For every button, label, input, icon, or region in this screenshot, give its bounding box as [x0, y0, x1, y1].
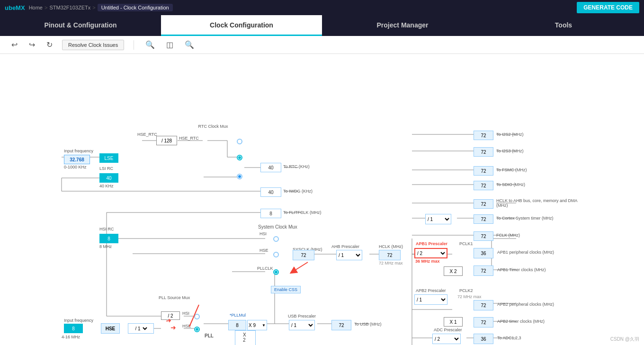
pllclk-label: PLLCLK: [257, 266, 273, 271]
apb2-prescaler-label: APB2 Prescaler: [416, 288, 446, 293]
tab-project-manager[interactable]: Project Manager: [322, 15, 483, 36]
to-rtc-value: 40: [260, 163, 281, 172]
to-rtc-label: To RTC (KHz): [283, 164, 310, 169]
sys-radio-hse[interactable]: [273, 252, 279, 257]
pclk2-max: 72 MHz max: [457, 294, 482, 299]
apb1-peripheral-label: APB1 peripheral clocks (MHz): [497, 250, 554, 255]
hsi-unit: 8 MHz: [99, 244, 112, 249]
watermark: CSDN @久羽: [610, 336, 639, 343]
dropdown-x2[interactable]: X 2: [235, 331, 255, 344]
zoom-in-button[interactable]: 🔍: [143, 38, 157, 51]
apb2-x1-box: X 1: [444, 317, 463, 327]
apb2-prescaler-select-container[interactable]: / 1: [414, 294, 447, 305]
hclk-label: HCLK (MHz): [379, 244, 403, 249]
div128-box[interactable]: / 128: [156, 136, 177, 145]
pllmul-dropdown-list[interactable]: X 2 X 3 X 4 X 5 X 6 X 7 X 8 X 9: [235, 330, 256, 345]
rtc-radio-hse[interactable]: [237, 139, 242, 144]
apb1-x2-box: X 2: [444, 266, 463, 276]
adc-label: To ADC1,2,3: [497, 336, 521, 340]
usb-prescaler-select-container[interactable]: / 1: [289, 320, 315, 330]
apb1-timer-label: APB1 Timer clocks (MHz): [497, 267, 546, 272]
fit-button[interactable]: ◫: [164, 38, 175, 51]
usb-label: To USB (MHz): [354, 322, 382, 327]
hsi-rc-label: HSI RC: [99, 227, 114, 231]
input-freq-1-range: 0-1000 KHz: [64, 165, 87, 169]
redo-button[interactable]: ↪: [27, 38, 37, 51]
undo-button[interactable]: ↩: [9, 38, 19, 51]
hsi-rc-value[interactable]: 8: [99, 234, 118, 243]
breadcrumb-home[interactable]: Home: [29, 5, 43, 10]
sys-radio-hsi[interactable]: [273, 236, 279, 242]
apb1-prescaler-dropdown[interactable]: / 2: [415, 250, 447, 257]
apb2-timer-label: APB2 timer clocks (MHz): [497, 319, 545, 324]
ahb-prescaler-select[interactable]: / 1: [336, 250, 362, 260]
lsi-value-box[interactable]: 40: [99, 173, 118, 183]
hclk-ahb-value: 72: [474, 199, 493, 209]
tab-pinout[interactable]: Pinout & Configuration: [0, 15, 161, 36]
ahb-prescaler-dropdown[interactable]: / 1: [337, 252, 362, 258]
tab-tools[interactable]: Tools: [483, 15, 644, 36]
hse-rtc-area-label: HSE_RTC: [137, 132, 157, 137]
lsi-rc-label: LSI RC: [99, 166, 113, 171]
top-bar: ubeMX Home > STM32F103ZETx > Untitled - …: [0, 0, 644, 15]
clock-diagram-area: RTC Clock Mux HSE_RTC / 128 HSE_RTC Inpu…: [0, 54, 644, 345]
input-freq-2-range: 4-16 MHz: [62, 335, 80, 339]
to-i2s3-label: To I2S3 (MHz): [496, 149, 524, 153]
hse-box[interactable]: HSE: [101, 323, 120, 334]
input-freq-2-value[interactable]: 8: [64, 324, 83, 333]
apb1-prescaler-select-container[interactable]: / 2: [414, 248, 447, 258]
cortex-div-select-container[interactable]: / 1: [425, 214, 451, 224]
pll-src-radio-hsi[interactable]: [194, 314, 200, 319]
sys-radio-pll[interactable]: [273, 269, 279, 275]
app-logo: ubeMX: [5, 4, 25, 11]
ahb-prescaler-label: AHB Prescaler: [331, 244, 359, 249]
generate-code-button[interactable]: GENERATE CODE: [577, 2, 639, 13]
enable-css-button[interactable]: Enable CSS: [271, 286, 301, 293]
refresh-button[interactable]: ↻: [45, 38, 54, 51]
breadcrumb-device[interactable]: STM32F103ZETx: [49, 5, 90, 10]
to-sdio-top-value: 72: [474, 181, 493, 190]
pll-src-radio-hse[interactable]: [194, 327, 200, 332]
rtc-radio-lse[interactable]: [237, 155, 242, 160]
pll-src-hsi-label: HSI: [182, 311, 189, 316]
rtc-radio-lsi[interactable]: [237, 174, 242, 179]
to-iwdg-label: To IWDG (KHz): [283, 189, 313, 194]
usb-prescaler-label: USB Prescaler: [288, 314, 316, 318]
svg-line-66: [291, 262, 308, 273]
hse-div1-dropdown[interactable]: / 1: [134, 326, 149, 332]
usb-prescaler-dropdown[interactable]: / 1: [289, 322, 314, 328]
pll-mul-label: *PLLMul: [230, 313, 246, 318]
hse-rtc-label: HSE_RTC: [179, 136, 199, 141]
apb1-prescaler-label: APB1 Prescaler: [416, 241, 447, 246]
hclk-ahb-label: HCLK to AHB bus, core, memory and DMA (M…: [496, 198, 581, 208]
adc-prescaler-dropdown[interactable]: / 2: [433, 336, 460, 342]
red-arrow-2: ➜: [170, 324, 176, 331]
pclk1-label: PCLK1: [459, 241, 473, 246]
hse-div1-select[interactable]: / 1: [128, 323, 154, 334]
apb2-peripheral-label: APB2 peripheral clocks (MHz): [497, 302, 554, 307]
to-flitfclk-label: To FLITFCLK (MHz): [283, 210, 322, 215]
adc-prescaler-label: ADC Prescaler: [434, 327, 462, 332]
to-i2s2-value: 72: [474, 131, 493, 140]
sys-hsi-label: HSI: [259, 231, 267, 236]
input-freq-1-value[interactable]: 32.768: [64, 155, 90, 164]
hclk-value: 72: [379, 250, 401, 260]
toolbar: ↩ ↪ ↻ Resolve Clock Issues 🔍 ◫ 🔍: [0, 36, 644, 54]
pll-src-hse-label: HSE: [182, 324, 191, 328]
apb2-prescaler-dropdown[interactable]: / 1: [415, 297, 447, 303]
to-i2s2-label: To I2S2 (MHz): [496, 132, 524, 137]
apb1-peripheral-value: 36: [474, 248, 493, 258]
zoom-out-button[interactable]: 🔍: [183, 38, 196, 51]
lse-box[interactable]: LSE: [99, 153, 118, 163]
cortex-div-dropdown[interactable]: / 1: [426, 216, 451, 222]
adc-value: 36: [474, 334, 493, 344]
fclk-label: FCLK (MHz): [496, 233, 520, 238]
tab-clock[interactable]: Clock Configuration: [161, 15, 322, 36]
resolve-clock-issues-button[interactable]: Resolve Clock Issues: [62, 40, 124, 50]
adc-prescaler-select-container[interactable]: / 2: [432, 334, 461, 344]
nav-tabs: Pinout & Configuration Clock Configurati…: [0, 15, 644, 36]
hclk-max: 72 MHz max: [379, 261, 403, 265]
apb2-peripheral-value: 72: [474, 300, 493, 310]
sys-hse-label: HSE: [259, 248, 268, 253]
input-freq-1-label: Input frequency: [64, 149, 93, 153]
